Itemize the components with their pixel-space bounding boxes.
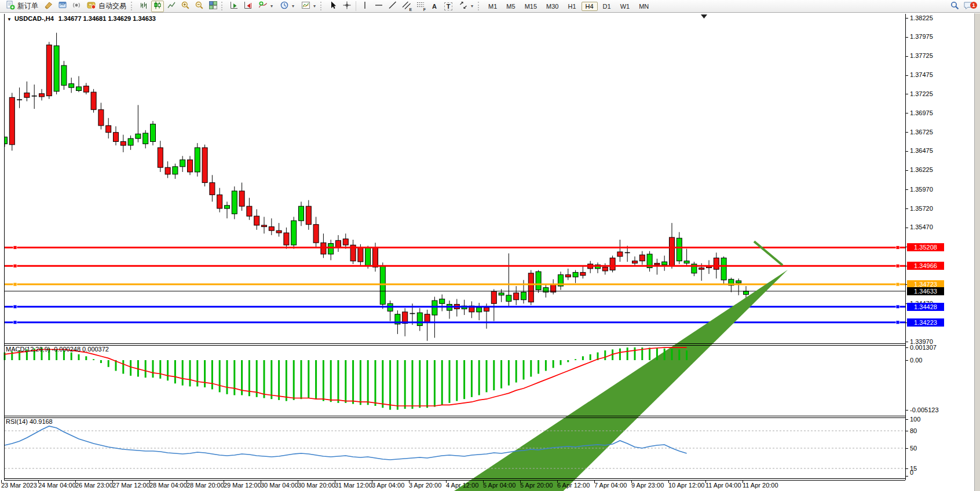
templates-icon: [301, 1, 310, 12]
time-axis-label: 28 Mar 04:00: [149, 482, 187, 489]
right-edge-strip[interactable]: [974, 13, 980, 491]
price-axis-tick: 1.37725: [910, 52, 933, 59]
trendline-icon: [388, 1, 397, 12]
price-axis-tick: 1.35470: [910, 223, 933, 230]
channel-letter: E: [409, 8, 412, 12]
candlestick-type-icon: [153, 1, 162, 12]
auto-scroll-icon: [229, 1, 239, 12]
time-axis-label: 11 Apr 20:00: [743, 482, 778, 489]
zoom-out-button[interactable]: [193, 1, 206, 12]
search-icon: [950, 1, 960, 13]
time-axis-label: 24 Mar 04:00: [38, 482, 76, 489]
zoom-out-icon: [195, 1, 204, 12]
timeframe-w1-button[interactable]: W1: [616, 2, 634, 11]
vertical-line-tool-button[interactable]: [359, 1, 371, 12]
tile-windows-button[interactable]: [207, 1, 220, 12]
search-button[interactable]: [948, 1, 961, 12]
dropdown-arrow-icon: ▾: [292, 3, 294, 9]
timeframe-m30-button[interactable]: M30: [542, 2, 562, 11]
timeframe-h4-button[interactable]: H4: [582, 2, 598, 11]
time-axis-label: 30 Mar 20:00: [298, 482, 335, 489]
text-label-tool-button[interactable]: T: [442, 1, 455, 12]
auto-trading-button[interactable]: 自动交易: [84, 1, 129, 12]
rsi-value: 40.9168: [30, 418, 53, 425]
cursor-icon: [328, 1, 338, 12]
toolbar-grip: [478, 2, 481, 10]
price-line-label: 1.34223: [907, 318, 944, 327]
periods-button[interactable]: ▾: [277, 1, 297, 12]
toolbar-grip: [221, 2, 225, 10]
time-axis-label: 5 Apr 04:00: [483, 482, 515, 489]
macd-values: -0.000248 0.000372: [52, 346, 108, 353]
chart-shift-marker: [701, 14, 707, 19]
timeframe-d1-button[interactable]: D1: [599, 2, 615, 11]
price-axis-tick: 1.35970: [910, 186, 933, 193]
bar-chart-type-button[interactable]: [137, 1, 150, 12]
crayon-button[interactable]: [42, 1, 55, 12]
dropdown-arrow-icon: ▾: [471, 3, 473, 9]
time-axis-label: 23 Mar 2023: [1, 482, 37, 489]
rsi-axis-tick: 50: [910, 445, 917, 452]
price-axis-tick: 1.38225: [910, 14, 933, 21]
timeframe-mn-button[interactable]: MN: [635, 2, 653, 11]
macd-label: MACD(12,26,9) -0.000248 0.000372: [6, 346, 109, 353]
chart-canvas[interactable]: [0, 13, 980, 491]
market-window-button[interactable]: [56, 1, 69, 12]
candlestick-type-button[interactable]: [151, 1, 164, 12]
channel-tool-button[interactable]: E: [400, 1, 413, 12]
new-order-icon: [6, 1, 15, 12]
fibonacci-tool-button[interactable]: F: [414, 1, 427, 12]
crosshair-icon: [342, 1, 352, 12]
arrows-tool-button[interactable]: ▾: [456, 1, 476, 12]
toolbar-grip: [131, 2, 134, 10]
candles-layer: [2, 33, 749, 341]
crosshair-button[interactable]: [341, 1, 353, 12]
time-axis-label: 4 Apr 12:00: [446, 482, 478, 489]
chart-shift-button[interactable]: [242, 1, 254, 12]
chart-shift-icon: [243, 1, 253, 12]
auto-scroll-button[interactable]: [228, 1, 240, 12]
signals-button[interactable]: [70, 1, 83, 12]
arrows-tool-icon: [459, 1, 468, 12]
price-line-label: 1.34428: [907, 303, 944, 311]
price-line-label: 1.34633: [907, 287, 944, 295]
chart-area[interactable]: ▼USDCAD-,H41.34677 1.34681 1.34629 1.346…: [0, 13, 980, 491]
cursor-button[interactable]: [327, 1, 339, 12]
crayon-icon: [44, 1, 53, 12]
fibo-letter: F: [423, 8, 426, 12]
text-tool-label: A: [432, 3, 437, 10]
timeframe-m15-button[interactable]: M15: [521, 2, 541, 11]
horizontal-line-tool-button[interactable]: [372, 1, 385, 12]
price-axis-tick: 1.36725: [910, 129, 933, 135]
toolbar-separator: [356, 1, 356, 11]
zoom-in-button[interactable]: [179, 1, 192, 12]
dropdown-arrow-icon: ▾: [270, 3, 273, 9]
bar-chart-type-icon: [139, 1, 148, 12]
rsi-label: RSI(14) 40.9168: [6, 418, 53, 425]
time-axis-label: 30 Mar 04:00: [261, 482, 298, 489]
time-axis-label: 26 Mar 23:00: [75, 482, 113, 489]
trend-arrow-annotation[interactable]: [0, 241, 788, 491]
time-axis-label: 31 Mar 12:00: [335, 482, 372, 489]
text-tool-button[interactable]: A: [428, 1, 441, 12]
notifications-button[interactable]: 1: [962, 1, 975, 12]
price-axis-tick: 1.37225: [910, 90, 933, 97]
templates-button[interactable]: ▾: [298, 1, 319, 12]
timeframe-h1-button[interactable]: H1: [564, 2, 580, 11]
panel-borders: [2, 14, 909, 483]
timeframe-m5-button[interactable]: M5: [502, 2, 519, 11]
symbol-period-label: USDCAD-,H4: [14, 15, 54, 22]
time-axis-label: 3 Apr 20:00: [409, 482, 441, 489]
timeframe-m1-button[interactable]: M1: [484, 2, 501, 11]
price-axis-tick: 1.36975: [910, 109, 933, 116]
chart-expander-icon[interactable]: ▼: [7, 17, 12, 22]
trendline-tool-button[interactable]: [386, 1, 399, 12]
time-axis-label: 28 Mar 20:00: [187, 482, 224, 489]
market-window-icon: [58, 1, 67, 12]
new-order-button[interactable]: 新订单: [3, 1, 41, 12]
line-chart-type-button[interactable]: [165, 1, 178, 12]
price-line-label: 1.34966: [907, 262, 944, 270]
timeframe-group: M1M5M15M30H1H4D1W1MN: [484, 1, 653, 12]
add-indicator-button[interactable]: ▾: [255, 1, 276, 12]
price-axis-tick: 1.36225: [910, 166, 933, 173]
